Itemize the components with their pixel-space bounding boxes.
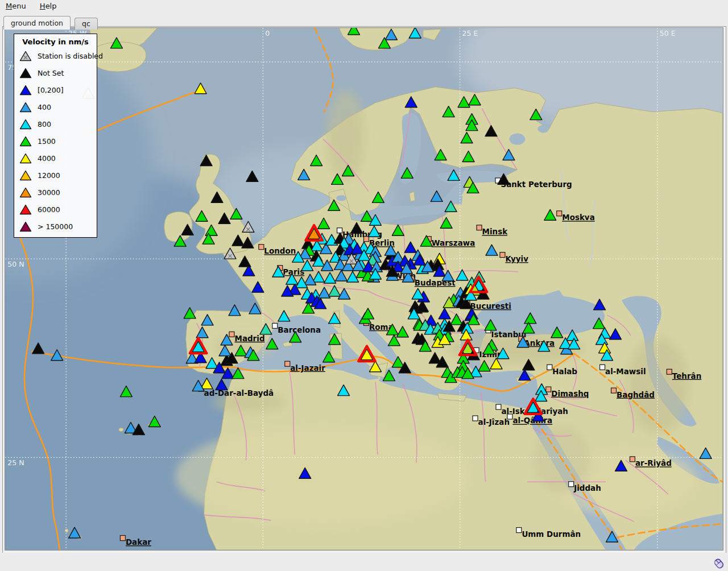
legend-item-label: [0,200]	[38, 86, 64, 94]
status-bar	[0, 553, 728, 571]
city-label: Paris	[283, 267, 304, 276]
city-label: al-Jazair	[290, 363, 325, 373]
city-label: ad-Dar-al-Baydâ	[204, 388, 274, 398]
city-marker	[229, 332, 234, 337]
map-canvas[interactable]: 25 W025 E50 E75 N50 N25 N LondonParisMad…	[5, 28, 723, 550]
city-label: Bucuresti	[470, 301, 511, 311]
legend-triangle-icon	[19, 51, 32, 61]
city-label: al-Jîzah	[478, 417, 510, 427]
legend-item: 4000	[14, 150, 97, 167]
city-label: Moskva	[562, 213, 595, 222]
legend-title: Velocity in nm/s	[14, 34, 97, 47]
legend-triangle-icon	[19, 187, 32, 198]
city-label: Sankt Peterburg	[500, 180, 572, 189]
legend-item-label: 4000	[38, 154, 56, 163]
grid-label: 25 N	[7, 458, 24, 467]
legend-item-label: 12000	[38, 171, 60, 180]
grid-label: 25 E	[462, 29, 478, 38]
tab-content-pane: 25 W025 E50 E75 N50 N25 N LondonParisMad…	[2, 26, 726, 553]
ground-motion-map[interactable]: 25 W025 E50 E75 N50 N25 N LondonParisMad…	[5, 27, 723, 551]
city-marker	[496, 404, 501, 409]
city-marker	[272, 323, 278, 328]
legend-item-label: 1500	[38, 137, 56, 146]
city-marker	[569, 482, 574, 487]
city-marker	[477, 225, 482, 230]
city-label: Halab	[552, 367, 577, 376]
city-marker	[667, 369, 672, 374]
grid-label: 50 E	[660, 29, 676, 38]
city-marker	[546, 387, 551, 392]
legend-item: Not Set	[14, 64, 97, 81]
city-marker	[557, 211, 562, 216]
grid-label: 0	[265, 29, 270, 38]
legend-item-label: 800	[38, 120, 51, 129]
city-label: Barcelona	[278, 325, 321, 334]
city-label: Dimashq	[551, 389, 589, 398]
city-marker	[507, 414, 512, 419]
city-label: Ankara	[524, 338, 555, 347]
legend-item: 60000	[14, 201, 97, 218]
legend-item-label: 30000	[38, 188, 60, 197]
legend-triangle-icon	[19, 153, 32, 164]
tab-qc[interactable]: qc	[75, 18, 98, 30]
legend-triangle-icon	[19, 68, 32, 78]
help-menu-button[interactable]: Help	[34, 0, 63, 13]
legend-item: 400	[14, 98, 97, 115]
city-label: Tehrân	[672, 371, 701, 380]
city-label: London	[264, 246, 296, 255]
city-marker	[547, 365, 552, 370]
legend-triangle-icon	[19, 170, 32, 181]
legend-triangle-icon	[19, 119, 32, 130]
city-label: Kyyiv	[505, 254, 528, 263]
city-marker	[285, 361, 290, 366]
grid-label: 50 N	[7, 260, 24, 268]
legend-triangle-icon	[19, 221, 32, 232]
legend-item-label: Station is disabled	[38, 52, 103, 60]
city-label: Baghdâd	[617, 390, 655, 399]
tab-bar: ground motion qc	[3, 16, 99, 27]
city-marker	[337, 228, 342, 233]
legend-item: 12000	[14, 167, 97, 184]
legend-item: 800	[14, 115, 97, 133]
city-marker	[600, 365, 605, 370]
city-marker	[611, 388, 617, 393]
legend-triangle-icon	[19, 85, 32, 96]
legend-item-label: Not Set	[38, 69, 64, 77]
legend-item-label: 60000	[38, 205, 60, 214]
city-label: Umm Durmân	[522, 529, 581, 539]
city-label: al-Mawsil	[605, 367, 646, 376]
city-marker	[120, 536, 125, 541]
legend-item: > 150000	[14, 218, 97, 235]
city-label: Madrid	[234, 334, 264, 343]
legend-triangle-icon	[19, 204, 32, 215]
menu-button[interactable]: Menu	[0, 0, 32, 13]
city-marker	[473, 416, 478, 421]
legend-item-label: 400	[38, 103, 51, 111]
mouse-icon	[710, 556, 726, 571]
city-marker	[500, 253, 505, 258]
city-label: Dakar	[126, 537, 151, 547]
menu-bar: Menu Help	[0, 0, 728, 14]
legend-item: 30000	[14, 184, 97, 201]
city-label: Minsk	[482, 227, 508, 236]
city-marker	[516, 528, 522, 533]
tab-ground-motion[interactable]: ground motion	[3, 16, 71, 30]
legend-triangle-icon	[19, 102, 32, 113]
city-marker	[364, 237, 369, 242]
legend-item-label: > 150000	[38, 222, 73, 231]
city-label: ar-Riyâd	[635, 458, 672, 467]
legend-item: Station is disabled	[14, 47, 97, 64]
velocity-legend: Velocity in nm/s Station is disabledNot …	[14, 34, 97, 238]
city-label: Jiddah	[573, 483, 601, 493]
legend-triangle-icon	[19, 136, 32, 147]
legend-item: 1500	[14, 133, 97, 150]
legend-item: [0,200]	[14, 81, 97, 98]
city-marker	[259, 245, 264, 250]
city-label: Warszawa	[432, 238, 475, 247]
city-marker	[630, 457, 635, 462]
